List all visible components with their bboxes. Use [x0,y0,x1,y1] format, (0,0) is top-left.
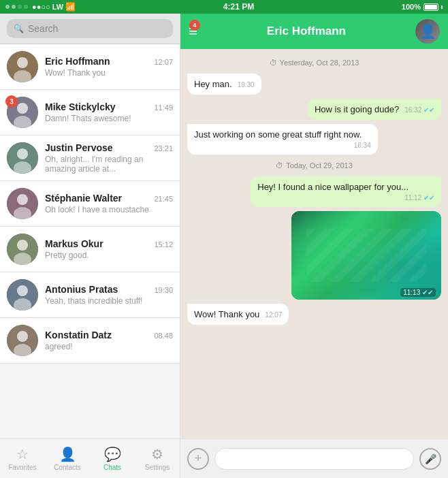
chat-name: Antonius Pratas [45,284,118,295]
signal-area: ●●○○ LW 📶 [5,2,76,12]
chat-preview: Oh look! I have a moustache [45,205,173,214]
chat-info: Stéphanie Walter21:45Oh look! I have a m… [45,193,173,214]
chat-item[interactable]: Stéphanie Walter21:45Oh look! I have a m… [0,181,180,227]
date-text: Today, Oct 29, 2013 [286,161,353,170]
header-avatar-icon: 👤 [419,23,436,39]
chats-tab-icon: 💬 [104,446,121,462]
contacts-tab-icon: 👤 [59,446,76,462]
chat-item[interactable]: Eric Hoffmann12:07Wow! Thank you [0,44,180,90]
svg-point-7 [17,148,28,159]
settings-tab-icon: ⚙ [151,446,163,462]
chat-name: Justin Pervose [45,142,113,153]
date-text: Yesterday, Oct 28, 2013 [280,59,359,67]
message-time: 11:12 ✔✔ [404,194,434,202]
battery-area: 100% [402,3,443,11]
header-title: Eric Hoffmann [204,25,409,38]
svg-point-10 [17,194,28,205]
chat-item[interactable]: Markus Okur15:12Pretty good. [0,227,180,272]
chat-item[interactable]: Justin Pervose23:21Oh, alright... I'm re… [0,136,180,181]
battery-icon [423,3,438,11]
chat-time: 19:30 [154,286,173,294]
svg-point-13 [17,240,28,251]
add-button[interactable]: + [187,448,209,470]
message-ticks: ✔✔ [423,194,434,202]
left-panel: 🔍 Search Eric Hoffmann12:07Wow! Thank yo… [0,14,180,478]
avatar-wrap [7,188,38,219]
avatar-wrap [7,142,38,174]
image-time: 11:13 ✔✔ [400,288,436,297]
clock: 4:21 PM [223,2,254,12]
message-row: Just working on some great stuff right n… [187,124,441,155]
favorites-tab-icon: ☆ [16,446,29,462]
search-icon: 🔍 [14,24,24,33]
chat-preview: Oh, alright... I'm reading an amazing ar… [45,155,173,174]
chat-info: Eric Hoffmann12:07Wow! Thank you [45,56,173,78]
settings-tab-label: Settings [145,464,170,471]
avatar [7,188,38,219]
right-panel: ≡ 4 Eric Hoffmann 👤 ⏱Yesterday, Oct 28, … [180,14,448,478]
chat-preview: Damn! Thats awesome! [45,114,173,123]
tab-item-chats[interactable]: 💬Chats [90,439,135,478]
message-text: Wow! Thank you [194,309,259,319]
date-separator: ⏱Yesterday, Oct 28, 2013 [187,59,441,67]
search-input-wrap[interactable]: 🔍 Search [7,19,173,38]
chat-name: Eric Hoffmann [45,56,110,67]
message-bubble: Wow! Thank you12:07 [187,304,289,325]
chat-item[interactable]: 3Mike Stickylcky11:49Damn! Thats awesome… [0,90,180,136]
chat-info: Markus Okur15:12Pretty good. [45,238,173,260]
signal-dot-2 [12,5,16,9]
message-row: Wow! Thank you12:07 [187,304,441,325]
tab-item-favorites[interactable]: ☆Favorites [0,439,45,478]
chat-name: Stéphanie Walter [45,193,122,204]
avatar [7,325,38,356]
message-row: Hey man.19:30 [187,74,441,95]
avatar [7,51,38,82]
date-separator: ⏱Today, Oct 29, 2013 [187,161,441,170]
message-bubble: Just working on some great stuff right n… [187,124,378,155]
message-text: How is it going dude? [315,104,399,114]
chat-name: Markus Okur [45,238,103,249]
header-badge: 4 [189,20,200,31]
chat-time: 23:21 [154,144,173,153]
tab-item-contacts[interactable]: 👤Contacts [45,439,90,478]
chat-preview: agreed! [45,342,173,351]
message-text: Just working on some great stuff right n… [194,129,362,140]
chat-name: Konstatin Datz [45,330,112,340]
message-bubble: Hey man.19:30 [187,74,261,95]
battery-percent: 100% [402,3,421,11]
tab-item-settings[interactable]: ⚙Settings [135,439,180,478]
svg-point-1 [17,57,28,68]
message-bubble: How is it going dude?16:32 ✔✔ [308,99,441,120]
chat-time: 21:45 [154,195,173,203]
message-row: Hey! I found a nice wallpaper for you...… [187,176,441,207]
message-ticks: ✔✔ [423,106,434,114]
avatar [7,279,38,310]
favorites-tab-label: Favorites [8,464,36,471]
status-bar: ●●○○ LW 📶 4:21 PM 100% [0,0,448,14]
message-input[interactable] [214,448,414,470]
svg-point-19 [17,331,28,342]
message-time: 12:07 [265,311,282,319]
search-placeholder: Search [28,23,58,34]
mic-button[interactable]: 🎤 [419,448,441,470]
avatar-wrap [7,325,38,356]
battery-tip [441,5,443,9]
svg-point-16 [17,285,28,296]
chat-item[interactable]: Antonius Pratas19:30Yeah, thats incredib… [0,272,180,318]
tab-bar: ☆Favorites👤Contacts💬Chats⚙Settings [0,439,180,478]
menu-icon-wrap[interactable]: ≡ 4 [189,22,197,40]
chat-time: 15:12 [154,240,173,249]
chats-tab-label: Chats [103,464,121,471]
image-bubble: 11:13 ✔✔ [291,211,441,300]
chat-time: 12:07 [154,58,173,66]
chat-time: 08.48 [154,332,173,340]
avatar [7,234,38,265]
message-time: 16:34 [354,142,371,149]
header-avatar[interactable]: 👤 [415,19,440,44]
svg-point-4 [17,103,28,114]
chat-info: Konstatin Datz08.48agreed! [45,330,173,351]
avatar-wrap [7,234,38,265]
chat-preview: Pretty good. [45,251,173,260]
chat-item[interactable]: Konstatin Datz08.48agreed! [0,318,180,364]
message-text: Hey! I found a nice wallpaper for you... [257,182,409,192]
